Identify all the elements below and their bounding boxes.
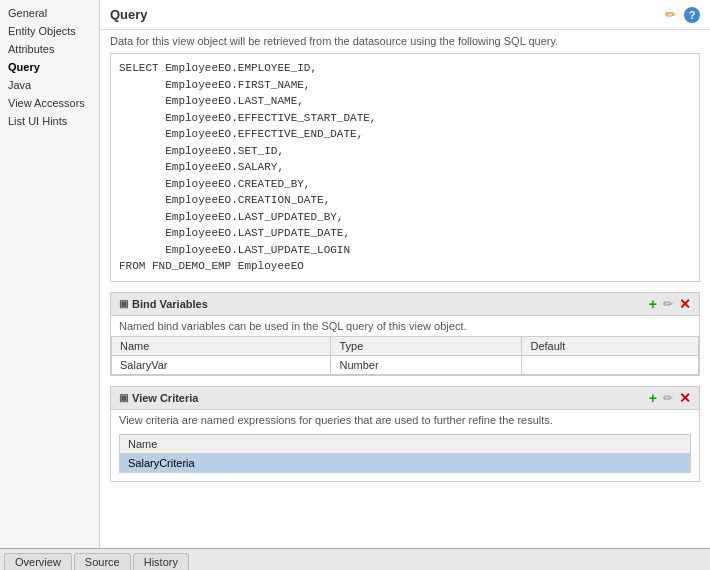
view-criteria-header: ▣ View Criteria + ✏ ✕ [111, 387, 699, 410]
bind-variables-title: ▣ Bind Variables [119, 298, 208, 310]
view-criteria-edit-icon[interactable]: ✏ [663, 391, 673, 405]
view-criteria-list: Name SalaryCriteria [119, 434, 691, 473]
query-edit-icon[interactable]: ✏ [663, 6, 678, 23]
bind-variables-col-default: Default [522, 336, 699, 355]
bind-var-type: Number [331, 355, 522, 374]
view-criteria-section: ▣ View Criteria + ✏ ✕ View criteria are … [110, 386, 700, 482]
bind-variables-col-name: Name [112, 336, 331, 355]
sidebar-item-view-accessors[interactable]: View Accessors [0, 94, 99, 112]
query-title: Query [110, 7, 148, 22]
view-criteria-add-icon[interactable]: + [649, 390, 657, 406]
tab-bar: Overview Source History [0, 548, 710, 570]
bind-variables-delete-icon[interactable]: ✕ [679, 296, 691, 312]
content-area: Query ✏ ? Data for this view object will… [100, 0, 710, 548]
list-item[interactable]: SalaryCriteria [120, 454, 690, 472]
sidebar-item-attributes[interactable]: Attributes [0, 40, 99, 58]
view-criteria-actions: + ✏ ✕ [649, 390, 691, 406]
table-row[interactable]: SalaryVar Number [112, 355, 699, 374]
view-criteria-desc: View criteria are named expressions for … [111, 410, 699, 430]
tab-source[interactable]: Source [74, 553, 131, 570]
view-criteria-title: ▣ View Criteria [119, 392, 198, 404]
bind-variables-add-icon[interactable]: + [649, 296, 657, 312]
bind-variables-desc: Named bind variables can be used in the … [111, 316, 699, 336]
view-criteria-collapse-icon[interactable]: ▣ [119, 392, 128, 403]
sidebar-item-general[interactable]: General [0, 4, 99, 22]
query-help-icon[interactable]: ? [684, 7, 700, 23]
sidebar-item-list-ui-hints[interactable]: List UI Hints [0, 112, 99, 130]
bind-var-default [522, 355, 699, 374]
sidebar-item-java[interactable]: Java [0, 76, 99, 94]
bind-variables-edit-icon[interactable]: ✏ [663, 297, 673, 311]
bind-variables-table: Name Type Default SalaryVar Number [111, 336, 699, 375]
main-container: General Entity Objects Attributes Query … [0, 0, 710, 548]
sidebar: General Entity Objects Attributes Query … [0, 0, 100, 548]
query-section-header: Query ✏ ? [100, 0, 710, 30]
bind-var-name: SalaryVar [112, 355, 331, 374]
tab-history[interactable]: History [133, 553, 189, 570]
sidebar-item-entity-objects[interactable]: Entity Objects [0, 22, 99, 40]
bind-variables-collapse-icon[interactable]: ▣ [119, 298, 128, 309]
bind-variables-header: ▣ Bind Variables + ✏ ✕ [111, 293, 699, 316]
view-criteria-col-name: Name [120, 435, 690, 454]
view-criteria-delete-icon[interactable]: ✕ [679, 390, 691, 406]
bind-variables-actions: + ✏ ✕ [649, 296, 691, 312]
bind-variables-col-type: Type [331, 336, 522, 355]
sql-query-box[interactable]: SELECT EmployeeEO.EMPLOYEE_ID, EmployeeE… [110, 53, 700, 282]
query-description: Data for this view object will be retrie… [100, 30, 710, 53]
query-icons: ✏ ? [663, 6, 700, 23]
sidebar-item-query[interactable]: Query [0, 58, 99, 76]
tab-overview[interactable]: Overview [4, 553, 72, 570]
bind-variables-section: ▣ Bind Variables + ✏ ✕ Named bind variab… [110, 292, 700, 376]
